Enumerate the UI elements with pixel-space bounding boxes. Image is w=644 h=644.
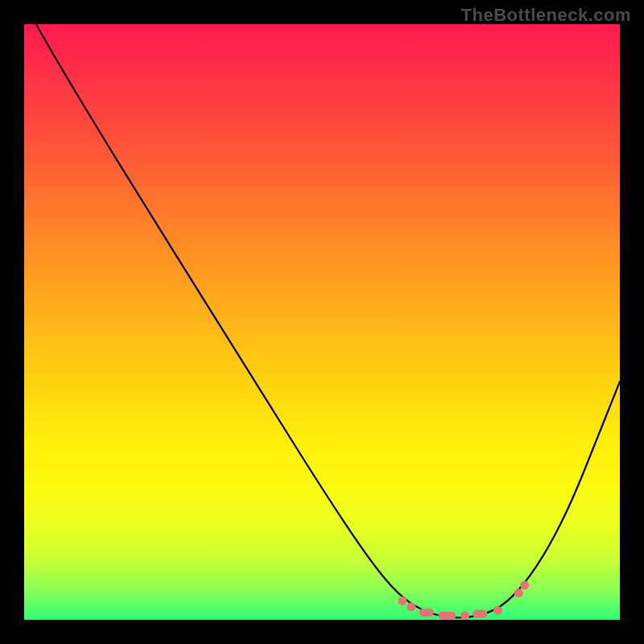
watermark-text: TheBottleneck.com <box>461 5 631 26</box>
gradient-background <box>24 24 620 620</box>
plot-area <box>24 24 620 620</box>
